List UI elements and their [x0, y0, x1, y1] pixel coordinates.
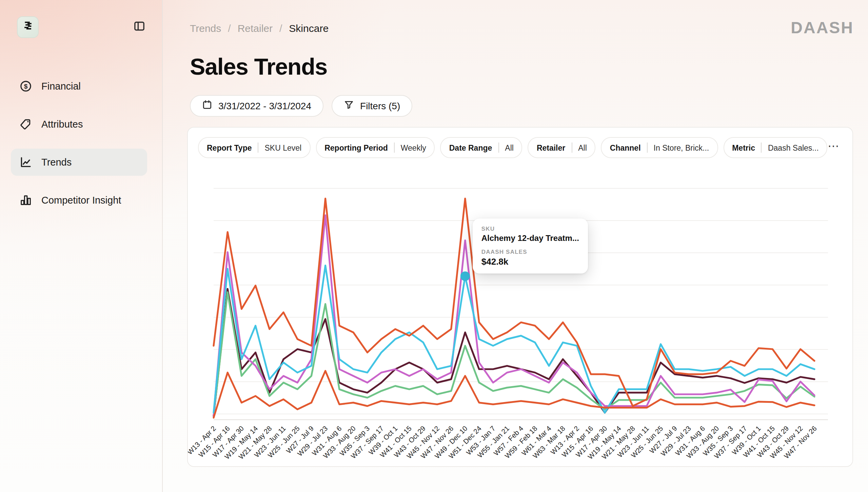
dollar-circle-icon: $: [20, 80, 32, 92]
filter-chip-date-range[interactable]: Date RangeAll: [440, 137, 522, 158]
chart-highlight-dot[interactable]: [460, 271, 470, 281]
chip-value: Weekly: [401, 144, 426, 152]
tooltip-sku-value: Alchemy 12-day Treatm...: [481, 233, 579, 243]
chip-divider: [761, 143, 762, 153]
chip-value: SKU Level: [265, 144, 302, 152]
sidebar-item-competitor-insight[interactable]: Competitor Insight: [11, 187, 147, 214]
sidebar-nav: $FinancialAttributesTrendsCompetitor Ins…: [11, 73, 147, 214]
chart-tooltip: SKU Alchemy 12-day Treatm... DAASH SALES…: [473, 219, 588, 273]
filter-chip-report-type[interactable]: Report TypeSKU Level: [198, 137, 310, 158]
sales-trends-chart[interactable]: W13 - Apr 2W15 - Apr 16W17 - Apr 30W19 -…: [188, 128, 853, 467]
panel-toggle-icon: [133, 20, 145, 34]
breadcrumb-item-trends[interactable]: Trends: [190, 22, 221, 34]
breadcrumb: Trends/Retailer/Skincare: [190, 22, 329, 34]
page-title: Sales Trends: [190, 54, 327, 79]
chip-label: Date Range: [449, 144, 492, 152]
tooltip-metric-label: DAASH SALES: [481, 248, 579, 255]
sidebar-item-label: Trends: [41, 157, 72, 168]
breadcrumb-item-skincare: Skincare: [289, 22, 329, 34]
filter-chip-metric[interactable]: MetricDaash Sales...: [723, 137, 827, 158]
filter-chip-channel[interactable]: ChannelIn Store, Brick...: [601, 137, 718, 158]
filter-chip-reporting-period[interactable]: Reporting PeriodWeekly: [316, 137, 435, 158]
main-content: Trends/Retailer/Skincare DAASH Sales Tre…: [162, 0, 868, 492]
filters-button[interactable]: Filters (5): [332, 95, 412, 117]
breadcrumb-separator: /: [279, 22, 282, 34]
chip-label: Report Type: [207, 144, 252, 152]
chip-value: All: [578, 144, 587, 152]
sidebar-item-label: Financial: [41, 81, 81, 92]
brand-logo: DAASH: [791, 18, 854, 37]
tags-icon: [20, 118, 32, 130]
chart-series-sku-green: [214, 292, 814, 416]
app-root: $FinancialAttributesTrendsCompetitor Ins…: [0, 0, 868, 492]
sidebar-item-trends[interactable]: Trends: [11, 149, 147, 176]
glitch-logo-icon: [22, 20, 34, 35]
bar-chart-icon: [20, 194, 32, 206]
line-chart-icon: [20, 156, 32, 168]
sidebar-item-label: Competitor Insight: [41, 195, 121, 206]
sidebar-item-financial[interactable]: $Financial: [11, 73, 147, 100]
filter-chip-retailer[interactable]: RetailerAll: [528, 137, 596, 158]
calendar-icon: [202, 100, 212, 112]
chip-label: Channel: [610, 144, 641, 152]
sidebar: $FinancialAttributesTrendsCompetitor Ins…: [0, 0, 163, 492]
chart-card: W13 - Apr 2W15 - Apr 16W17 - Apr 30W19 -…: [187, 127, 853, 467]
chip-divider: [498, 143, 499, 153]
chip-divider: [571, 143, 572, 153]
app-logo[interactable]: [17, 16, 39, 38]
breadcrumb-item-retailer[interactable]: Retailer: [238, 22, 273, 34]
breadcrumb-separator: /: [228, 22, 231, 34]
chip-label: Reporting Period: [324, 144, 388, 152]
chip-divider: [647, 143, 648, 153]
chip-value: In Store, Brick...: [654, 144, 709, 152]
toolbar: 3/31/2022 - 3/31/2024 Filters (5): [190, 95, 412, 117]
chips-overflow-button[interactable]: ⋯: [825, 138, 842, 155]
chart-x-axis-labels: W13 - Apr 2W15 - Apr 16W17 - Apr 30W19 -…: [188, 424, 818, 461]
chip-label: Metric: [732, 144, 755, 152]
chip-label: Retailer: [537, 144, 565, 152]
sidebar-header: [17, 16, 146, 38]
date-range-label: 3/31/2022 - 3/31/2024: [218, 100, 311, 111]
tooltip-metric-value: $42.8k: [481, 257, 579, 267]
chip-divider: [394, 143, 395, 153]
top-bar: Trends/Retailer/Skincare DAASH: [190, 19, 854, 37]
tooltip-sku-label: SKU: [481, 225, 579, 232]
sidebar-item-label: Attributes: [41, 119, 83, 130]
chip-divider: [258, 143, 259, 153]
chip-value: All: [505, 144, 514, 152]
chart-series-sku-maroon: [214, 289, 814, 416]
filter-chips-row: Report TypeSKU LevelReporting PeriodWeek…: [198, 137, 828, 158]
chip-value: Daash Sales...: [768, 144, 819, 152]
filter-funnel-icon: [344, 100, 354, 112]
date-range-button[interactable]: 3/31/2022 - 3/31/2024: [190, 95, 323, 117]
sidebar-toggle-button[interactable]: [132, 20, 146, 35]
svg-text:$: $: [24, 83, 28, 90]
filters-label: Filters (5): [360, 100, 400, 111]
sidebar-item-attributes[interactable]: Attributes: [11, 111, 147, 138]
